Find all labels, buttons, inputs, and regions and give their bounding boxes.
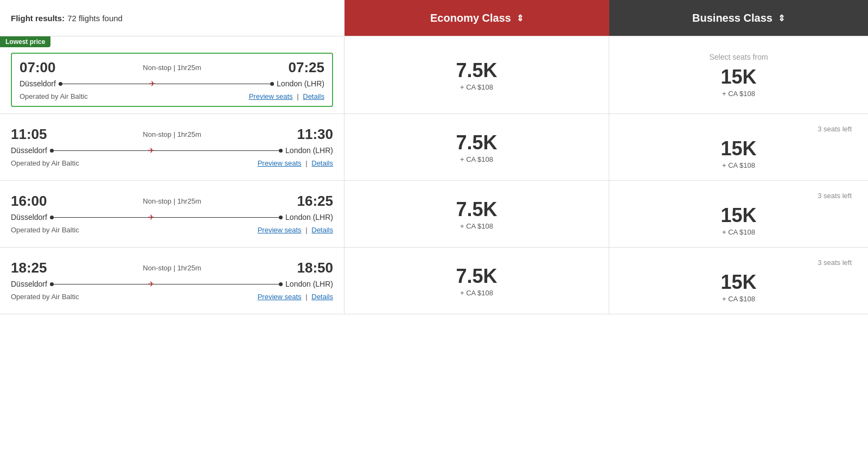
preview-seats-link-2[interactable]: Preview seats [258,159,302,167]
stop-info-1: Non-stop | 1hr25m [143,64,201,72]
economy-price-block-2: 7.5K + CA $108 [456,131,497,163]
seats-left-4: 3 seats left [818,258,857,267]
economy-sub-1: + CA $108 [456,83,497,91]
seats-left-3: 3 seats left [818,192,857,200]
flight-inner-3: 16:00 Non-stop | 1hr25m 16:25 Düsseldorf… [11,187,333,239]
header-flight-info: Flight results: 72 flights found [0,0,344,36]
business-price-block-3: 15K + CA $108 [720,204,756,236]
dot-left-1 [59,82,62,86]
economy-sub-3: + CA $108 [456,222,497,230]
sep-2: | [305,159,307,167]
dot-left-2 [50,149,54,153]
operated-links-3: Preview seats | Details [258,226,333,234]
economy-price-2: 7.5K [456,131,497,154]
operated-row-1: Operated by Air Baltic Preview seats | D… [20,92,324,100]
business-sort-icon[interactable] [778,13,785,23]
preview-seats-link-4[interactable]: Preview seats [258,293,302,301]
line-2: ✈ [52,150,281,151]
dep-city-1: Düsseldorf [20,79,56,88]
flight-left-1: Lowest price 07:00 Non-stop | 1hr25m 07:… [0,36,344,113]
flight-economy-4[interactable]: 7.5K + CA $108 [344,248,609,314]
operator-2: Operated by Air Baltic [11,159,79,167]
flight-business-2[interactable]: 3 seats left 15K + CA $108 [609,114,868,180]
arr-time-3: 16:25 [297,193,334,210]
plane-icon-1: ✈ [149,79,156,88]
dot-left-3 [50,216,54,219]
business-price-block-4: 15K + CA $108 [720,271,756,303]
flight-business-3[interactable]: 3 seats left 15K + CA $108 [609,181,868,247]
route-row-4: Düsseldorf ✈ London (LHR) [11,280,333,288]
business-sub-2: + CA $108 [720,161,756,169]
economy-price-4: 7.5K [456,265,497,288]
dot-right-1 [270,82,274,86]
arr-city-4: London (LHR) [285,280,333,288]
business-price-block-1: 15K + CA $108 [720,66,756,98]
operator-4: Operated by Air Baltic [11,293,79,301]
economy-price-3: 7.5K [456,198,497,221]
flight-economy-2[interactable]: 7.5K + CA $108 [344,114,609,180]
arr-city-1: London (LHR) [277,79,324,88]
flight-left-2: 11:05 Non-stop | 1hr25m 11:30 Düsseldorf… [0,114,344,180]
route-line-3: ✈ [47,217,285,218]
economy-sub-4: + CA $108 [456,289,497,297]
operator-1: Operated by Air Baltic [20,92,88,100]
flight-inner-4: 18:25 Non-stop | 1hr25m 18:50 Düsseldorf… [11,254,333,306]
seats-left-2: 3 seats left [818,125,857,133]
flight-inner-2: 11:05 Non-stop | 1hr25m 11:30 Düsseldorf… [11,121,333,173]
details-link-4[interactable]: Details [311,293,333,301]
flight-business-4[interactable]: 3 seats left 15K + CA $108 [609,248,868,314]
lowest-price-badge: Lowest price [0,36,50,47]
business-class-label: Business Class [692,12,773,24]
dot-left-4 [50,282,54,286]
flight-left-4: 18:25 Non-stop | 1hr25m 18:50 Düsseldorf… [0,248,344,314]
dep-time-3: 16:00 [11,193,47,210]
dot-right-4 [279,282,283,286]
flight-row-4: 18:25 Non-stop | 1hr25m 18:50 Düsseldorf… [0,248,868,314]
business-sub-4: + CA $108 [720,295,756,303]
economy-sort-icon[interactable] [516,13,524,23]
flight-left-3: 16:00 Non-stop | 1hr25m 16:25 Düsseldorf… [0,181,344,247]
operated-row-3: Operated by Air Baltic Preview seats | D… [11,226,333,234]
details-link-3[interactable]: Details [311,226,333,234]
business-class-header[interactable]: Business Class [609,0,868,36]
arr-time-4: 18:50 [297,260,334,276]
preview-seats-link-1[interactable]: Preview seats [249,92,293,100]
economy-class-label: Economy Class [430,12,511,24]
route-row-3: Düsseldorf ✈ London (LHR) [11,213,333,222]
dep-city-3: Düsseldorf [11,213,47,222]
flights-count: 72 flights found [67,14,123,23]
dot-right-2 [279,149,283,153]
operated-links-2: Preview seats | Details [258,159,333,167]
business-sub-1: + CA $108 [720,90,756,98]
preview-seats-link-3[interactable]: Preview seats [258,226,302,234]
line-4: ✈ [52,284,281,284]
select-seats-from-1: Select seats from [709,53,768,61]
details-link-1[interactable]: Details [303,92,324,100]
flight-economy-3[interactable]: 7.5K + CA $108 [344,181,609,247]
times-row-3: 16:00 Non-stop | 1hr25m 16:25 [11,193,333,210]
flight-inner-1: 07:00 Non-stop | 1hr25m 07:25 Düsseldorf… [11,53,333,107]
stop-info-2: Non-stop | 1hr25m [143,130,201,138]
economy-class-header[interactable]: Economy Class [344,0,609,36]
sep-1: | [297,92,298,100]
flight-row-2: 11:05 Non-stop | 1hr25m 11:30 Düsseldorf… [0,114,868,181]
arr-city-3: London (LHR) [285,213,333,222]
sep-3: | [305,226,307,234]
flight-row-1: Lowest price 07:00 Non-stop | 1hr25m 07:… [0,36,868,114]
flight-economy-1[interactable]: 7.5K + CA $108 [344,36,609,113]
business-sub-3: + CA $108 [720,228,756,236]
flight-business-1[interactable]: Select seats from 15K + CA $108 [609,36,868,113]
route-line-2: ✈ [47,150,285,151]
dot-right-3 [279,216,283,219]
plane-icon-4: ✈ [148,280,155,288]
route-line-1: ✈ [56,84,277,84]
business-price-3: 15K [720,204,756,227]
business-price-1: 15K [720,66,756,88]
line-3: ✈ [52,217,281,218]
flight-row-3: 16:00 Non-stop | 1hr25m 16:25 Düsseldorf… [0,181,868,248]
dep-city-2: Düsseldorf [11,146,47,155]
arr-city-2: London (LHR) [285,146,333,155]
details-link-2[interactable]: Details [311,159,333,167]
flights-container: Lowest price 07:00 Non-stop | 1hr25m 07:… [0,36,868,314]
times-row-2: 11:05 Non-stop | 1hr25m 11:30 [11,126,333,143]
